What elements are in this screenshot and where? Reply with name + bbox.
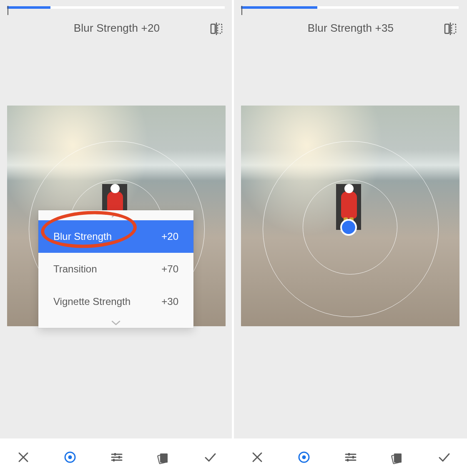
menu-item-vignette-strength[interactable]: Vignette Strength +30: [38, 285, 193, 318]
menu-item-label: Transition: [53, 263, 97, 275]
svg-rect-15: [160, 453, 168, 463]
bottom-toolbar: [234, 438, 467, 476]
adjustment-readout: Blur Strength +20: [0, 22, 234, 35]
compare-icon: [444, 23, 457, 35]
bottom-toolbar: [0, 438, 234, 476]
card-stack-icon: [156, 450, 171, 465]
compare-icon: [210, 23, 223, 35]
focus-center-handle[interactable]: [340, 219, 357, 236]
adjustment-menu[interactable]: Blur Strength +20 Transition +70 Vignett…: [38, 210, 193, 328]
svg-rect-8: [114, 453, 116, 456]
slider-track[interactable]: [7, 6, 225, 9]
styles-button[interactable]: [154, 448, 173, 466]
menu-item-label: Vignette Strength: [53, 296, 131, 307]
focus-circle-icon: [296, 450, 311, 465]
focus-shape-button[interactable]: [61, 448, 79, 466]
phone-screen-right: Blur Strength +35: [234, 0, 467, 476]
adjust-button[interactable]: [108, 448, 126, 466]
adjust-button[interactable]: [341, 448, 360, 466]
menu-item-transition[interactable]: Transition +70: [38, 253, 193, 285]
svg-rect-28: [347, 459, 349, 461]
svg-rect-18: [452, 24, 456, 33]
focus-shape-button[interactable]: [295, 448, 313, 466]
sliders-icon: [109, 450, 124, 465]
menu-item-value: +30: [161, 296, 178, 307]
slider-fill: [7, 6, 50, 9]
compare-button[interactable]: [444, 23, 457, 35]
photo-canvas[interactable]: [241, 106, 459, 326]
menu-item-value: +20: [161, 231, 178, 242]
menu-item-value: +70: [161, 263, 178, 275]
cancel-button[interactable]: [14, 448, 33, 466]
menu-item-blur-strength[interactable]: Blur Strength +20: [38, 220, 193, 253]
chevron-up-icon[interactable]: [38, 210, 193, 220]
close-icon: [250, 450, 265, 465]
compare-button[interactable]: [210, 23, 223, 35]
svg-rect-24: [348, 453, 350, 456]
check-icon: [437, 450, 452, 465]
slider-origin-tick: [8, 6, 8, 15]
slider-origin-tick: [241, 6, 242, 15]
check-icon: [203, 450, 218, 465]
svg-point-22: [302, 456, 306, 459]
adjustment-readout: Blur Strength +35: [234, 22, 467, 35]
card-stack-icon: [390, 450, 405, 465]
svg-rect-16: [445, 24, 449, 33]
menu-item-label: Blur Strength: [53, 231, 112, 242]
close-icon: [16, 450, 31, 465]
styles-button[interactable]: [388, 448, 407, 466]
svg-rect-0: [211, 24, 215, 33]
svg-rect-10: [118, 456, 120, 458]
slider-fill: [241, 6, 317, 9]
svg-rect-31: [394, 453, 402, 463]
svg-point-6: [68, 456, 72, 459]
svg-rect-12: [113, 459, 115, 461]
cancel-button[interactable]: [248, 448, 266, 466]
apply-button[interactable]: [435, 448, 453, 466]
phone-screen-left: Blur Strength +20 Blur Strength +20 Tran…: [0, 0, 234, 476]
chevron-down-icon[interactable]: [38, 318, 193, 328]
sliders-icon: [343, 450, 358, 465]
focus-circle-icon: [63, 450, 78, 465]
slider-track[interactable]: [241, 6, 459, 9]
svg-rect-26: [352, 456, 354, 458]
svg-rect-2: [218, 24, 222, 33]
apply-button[interactable]: [201, 448, 219, 466]
